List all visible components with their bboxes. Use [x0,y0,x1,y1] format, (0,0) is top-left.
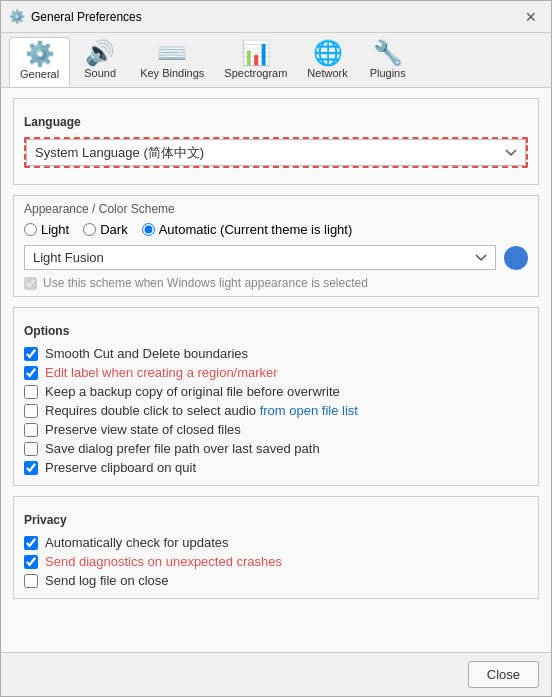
scheme-checkbox[interactable] [24,277,37,290]
language-section: Language System Language (简体中文) English … [13,98,539,185]
option-row-6: Preserve clipboard on quit [24,460,528,475]
option-row-1: Edit label when creating a region/marker [24,365,528,380]
tab-spectrogram-label: Spectrogram [224,67,287,79]
tab-general[interactable]: ⚙️ General [9,37,70,87]
privacy-label-1: Send diagnostics on unexpected crashes [45,554,282,569]
radio-automatic[interactable]: Automatic (Current theme is light) [142,222,353,237]
radio-dark-label: Dark [100,222,127,237]
language-dropdown-wrapper: System Language (简体中文) English French Ge… [24,137,528,168]
toolbar: ⚙️ General 🔊 Sound ⌨️ Key Bindings 📊 Spe… [1,33,551,88]
privacy-label-0: Automatically check for updates [45,535,229,550]
privacy-label-2: Send log file on close [45,573,169,588]
tab-plugins-label: Plugins [370,67,406,79]
privacy-checkbox-2[interactable] [24,574,38,588]
tab-spectrogram[interactable]: 📊 Spectrogram [214,37,297,87]
option-checkbox-1[interactable] [24,366,38,380]
option-row-2: Keep a backup copy of original file befo… [24,384,528,399]
language-dropdown[interactable]: System Language (简体中文) English French Ge… [26,139,526,166]
option-row-0: Smooth Cut and Delete boundaries [24,346,528,361]
tab-general-label: General [20,68,59,80]
option-checkbox-2[interactable] [24,385,38,399]
option-row-3: Requires double click to select audio fr… [24,403,528,418]
close-window-button[interactable]: ✕ [519,5,543,29]
option-checkbox-3[interactable] [24,404,38,418]
privacy-row-1: Send diagnostics on unexpected crashes [24,554,528,569]
privacy-checkbox-1[interactable] [24,555,38,569]
theme-dropdown[interactable]: Light Fusion Dark Fusion System Default [24,245,496,270]
tab-keybindings[interactable]: ⌨️ Key Bindings [130,37,214,87]
keybindings-icon: ⌨️ [157,41,187,65]
theme-row: Light Fusion Dark Fusion System Default [24,245,528,270]
spectrogram-icon: 📊 [241,41,271,65]
privacy-section: Privacy Automatically check for updates … [13,496,539,599]
tab-keybindings-label: Key Bindings [140,67,204,79]
privacy-checkbox-0[interactable] [24,536,38,550]
language-section-header: Language [24,113,528,131]
option-checkbox-6[interactable] [24,461,38,475]
radio-dark[interactable]: Dark [83,222,127,237]
privacy-row-2: Send log file on close [24,573,528,588]
radio-light-label: Light [41,222,69,237]
privacy-section-header: Privacy [24,511,528,529]
tab-sound-label: Sound [84,67,116,79]
radio-light-input[interactable] [24,223,37,236]
title-bar: ⚙️ General Preferences ✕ [1,1,551,33]
window-icon: ⚙️ [9,9,25,25]
tab-network[interactable]: 🌐 Network [297,37,357,87]
plugins-icon: 🔧 [373,41,403,65]
option-label-1: Edit label when creating a region/marker [45,365,278,380]
option-checkbox-0[interactable] [24,347,38,361]
color-accent-circle[interactable] [504,246,528,270]
tab-sound[interactable]: 🔊 Sound [70,37,130,87]
appearance-section-label: Appearance / Color Scheme [24,202,528,216]
option-label-5: Save dialog prefer file path over last s… [45,441,320,456]
radio-automatic-input[interactable] [142,223,155,236]
option-label-4: Preserve view state of closed files [45,422,241,437]
radio-light[interactable]: Light [24,222,69,237]
radio-dark-input[interactable] [83,223,96,236]
general-icon: ⚙️ [25,42,55,66]
options-section: Options Smooth Cut and Delete boundaries… [13,307,539,486]
scheme-checkbox-row: Use this scheme when Windows light appea… [24,276,528,290]
radio-automatic-label: Automatic (Current theme is light) [159,222,353,237]
color-scheme-radio-group: Light Dark Automatic (Current theme is l… [24,222,528,237]
window-title: General Preferences [31,10,519,24]
appearance-section: Appearance / Color Scheme Light Dark Aut… [13,195,539,297]
scheme-checkbox-label: Use this scheme when Windows light appea… [43,276,368,290]
tab-network-label: Network [307,67,347,79]
option-label-2: Keep a backup copy of original file befo… [45,384,340,399]
content-area: Language System Language (简体中文) English … [1,88,551,652]
option-row-4: Preserve view state of closed files [24,422,528,437]
option-label-3: Requires double click to select audio fr… [45,403,358,418]
option-checkbox-5[interactable] [24,442,38,456]
option-row-5: Save dialog prefer file path over last s… [24,441,528,456]
privacy-row-0: Automatically check for updates [24,535,528,550]
main-window: ⚙️ General Preferences ✕ ⚙️ General 🔊 So… [0,0,552,697]
options-section-header: Options [24,322,528,340]
option-checkbox-4[interactable] [24,423,38,437]
option-label-0: Smooth Cut and Delete boundaries [45,346,248,361]
sound-icon: 🔊 [85,41,115,65]
option-label-6: Preserve clipboard on quit [45,460,196,475]
footer-bar: Close [1,652,551,696]
network-icon: 🌐 [313,41,343,65]
tab-plugins[interactable]: 🔧 Plugins [358,37,418,87]
close-button[interactable]: Close [468,661,539,688]
